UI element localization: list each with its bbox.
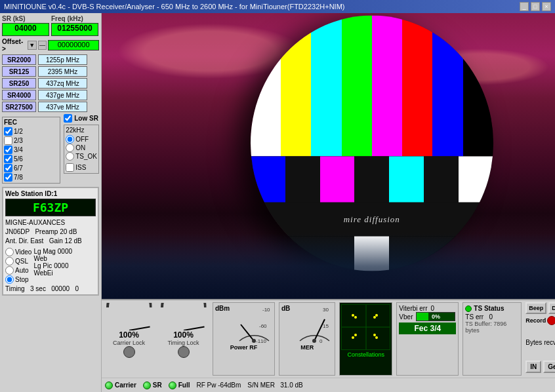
- timing-pct: 100%: [173, 330, 194, 340]
- full-led-group: Full: [169, 382, 190, 389]
- station-name: MIGNE-AUXANCES: [5, 218, 96, 227]
- khz22-off-radio[interactable]: [66, 135, 74, 144]
- const-dot: [354, 334, 357, 336]
- dsave-button[interactable]: Dsave: [548, 302, 555, 314]
- pic-auto-radio[interactable]: [5, 266, 14, 275]
- fec-78-checkbox[interactable]: [4, 173, 12, 182]
- bytes-label: Bytes recvd:: [525, 339, 555, 346]
- water-reflection: [102, 233, 555, 299]
- offset-input[interactable]: 00000000: [48, 40, 99, 50]
- crosshair-v: [365, 305, 366, 349]
- dbm-label: dBm: [215, 305, 230, 312]
- station-locator: JN06DP Preamp 20 dB: [5, 227, 96, 237]
- webei-label: WebEi: [33, 269, 52, 277]
- bar-cyan: [311, 16, 341, 157]
- web-station-box: Web Station ID:1 F6ЗZP MIGNE-AUXANCES JN…: [2, 187, 99, 296]
- sr-buttons-list: SR2000 1255p MHz SR125 2395 MHz SR250 43…: [2, 54, 99, 112]
- offset-down-button[interactable]: ▼: [28, 41, 37, 50]
- getts-button[interactable]: GetTS: [543, 361, 555, 373]
- timing-lock-gauge: 100% Timing Lock: [156, 300, 211, 378]
- ts-status-label: TS Status: [474, 305, 504, 312]
- low-sr-label: Low SR: [74, 115, 98, 122]
- sr250-button[interactable]: SR250: [2, 78, 36, 88]
- freq-display-4: 437ve MHz: [38, 102, 87, 112]
- khz22-tsok-radio[interactable]: [66, 152, 74, 161]
- bar-blue: [432, 16, 462, 157]
- dbm-gauge-svg: -10 -60 -110: [233, 305, 272, 344]
- window-title: MINITIOUNE v0.4c - DVB-S Receiver/Analys…: [4, 3, 344, 10]
- dbm-section: dBm -10 -60 -110 Power RF: [213, 302, 275, 376]
- sr4000-button[interactable]: SR4000: [2, 90, 36, 100]
- pic-qsl-radio[interactable]: [5, 257, 14, 265]
- sr-led: [143, 382, 151, 389]
- bar-red: [402, 16, 432, 157]
- record-dot: [547, 316, 555, 325]
- fec-12-checkbox[interactable]: [4, 127, 12, 136]
- in-button[interactable]: IN: [525, 361, 541, 373]
- carrier-pct: 100%: [119, 330, 139, 340]
- vber-value: 0%: [417, 313, 455, 321]
- fec-67-checkbox[interactable]: [4, 164, 12, 172]
- bar-black: [463, 16, 493, 157]
- freq-display-1: 2395 MHz: [38, 66, 87, 77]
- carrier-led-group: Carrier: [105, 382, 136, 389]
- vber-label: Vber: [399, 313, 413, 321]
- constellation-section: Constellations: [339, 302, 392, 376]
- sr27500-button[interactable]: SR27500: [2, 102, 36, 112]
- sr2000-button[interactable]: SR2000: [2, 54, 36, 65]
- action-buttons-row: Beep Dsave UDP Expert Record: [525, 302, 555, 325]
- color-bars-top: [251, 16, 493, 157]
- fec-23-checkbox[interactable]: [4, 136, 12, 145]
- full-led-label: Full: [178, 382, 190, 389]
- ts-panel: TS Status TS err 0 TS Buffer: 7896 bytes: [462, 302, 522, 376]
- const-dot: [354, 316, 357, 319]
- fec-display: Fec 3/4: [399, 323, 456, 334]
- sr-label: SR (kS): [2, 15, 49, 22]
- timing-label: Timing Lock: [167, 340, 199, 346]
- const-dot: [352, 336, 354, 339]
- sr-led-label: SR: [153, 382, 162, 389]
- svg-point-4: [252, 339, 256, 343]
- freq-display-3: 437ge MHz: [38, 90, 87, 100]
- test-card-sphere: mire diffusion: [251, 16, 493, 271]
- timing-arc-gauge: [159, 303, 208, 330]
- offset-minus-button[interactable]: —: [38, 41, 47, 50]
- timing-needle: [183, 326, 204, 330]
- freq-input[interactable]: 01255000: [51, 23, 98, 36]
- carrier-led-label: Carrier: [115, 382, 136, 389]
- sn-mer-display: S/N MER 31.0 dB: [247, 382, 303, 389]
- viterbi-panel: Viterbi err 0 Vber 0% Fec 3/4: [396, 302, 459, 376]
- pic-stop-radio[interactable]: [5, 275, 14, 284]
- fec-34-checkbox[interactable]: [4, 146, 12, 154]
- pic-video-radio[interactable]: [5, 248, 14, 256]
- sr-input[interactable]: 04000: [2, 23, 49, 36]
- bar-green: [342, 16, 372, 157]
- fec-checkboxes: 1/2 2/3 3/4 5/6 6/7 7/8: [4, 127, 58, 182]
- carrier-lock-gauge: 100% Carrier Lock: [102, 300, 156, 378]
- viterbi-value: 0: [431, 305, 435, 312]
- full-led: [169, 382, 176, 389]
- close-button[interactable]: ×: [542, 2, 551, 11]
- sr-row-1: SR125 2395 MHz: [2, 66, 99, 77]
- maximize-button[interactable]: □: [531, 2, 540, 11]
- db-label: dB: [281, 305, 290, 312]
- khz22-section: 22kHz OFF ON TS_OK ISS: [64, 125, 99, 174]
- sr-row-0: SR2000 1255p MHz: [2, 54, 99, 65]
- low-sr-checkbox[interactable]: [64, 114, 72, 123]
- window-controls: _ □ ×: [520, 2, 551, 11]
- minimize-button[interactable]: _: [520, 2, 529, 11]
- picture-options: Video QSL Auto Stop: [5, 248, 31, 284]
- beep-button[interactable]: Beep: [525, 302, 546, 314]
- sr125-button[interactable]: SR125: [2, 66, 36, 77]
- carrier-circle: [123, 346, 135, 358]
- record-button[interactable]: Record: [525, 316, 555, 325]
- sphere-clip: mire diffusion: [251, 16, 493, 271]
- fec-56-checkbox[interactable]: [4, 155, 12, 163]
- picture-section: Video QSL Auto Stop Lg Mag 0000 Web: [5, 248, 96, 284]
- left-panel: SR (kS) 04000 Freq (kHz) 01255000 Offset…: [0, 13, 102, 392]
- iss-checkbox[interactable]: [66, 163, 74, 172]
- carrier-needle: [129, 326, 150, 330]
- svg-text:15: 15: [323, 323, 329, 329]
- svg-point-9: [312, 339, 316, 343]
- khz22-on-radio[interactable]: [66, 144, 74, 152]
